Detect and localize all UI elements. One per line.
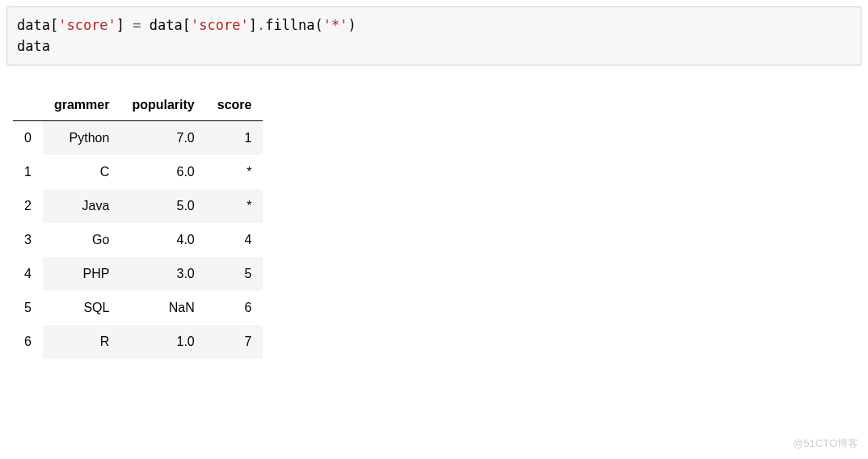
row-index: 6 [13,325,43,359]
cell: SQL [43,291,120,325]
table-row: 4 PHP 3.0 5 [13,257,263,291]
cell: R [43,325,120,359]
cell: Java [43,189,120,223]
output-area: grammer popularity score 0 Python 7.0 1 … [13,90,862,359]
row-index: 4 [13,257,43,291]
cell: Go [43,223,120,257]
table-row: 2 Java 5.0 * [13,189,263,223]
cell: 1 [206,121,263,156]
table-header-row: grammer popularity score [13,90,263,121]
cell: PHP [43,257,120,291]
row-index: 2 [13,189,43,223]
cell: 6 [206,291,263,325]
table-row: 1 C 6.0 * [13,155,263,189]
cell: * [206,155,263,189]
cell: * [206,189,263,223]
cell: 5.0 [120,189,205,223]
code-line-1: data['score'] = data['score'].fillna('*'… [17,17,356,33]
column-header: score [206,90,263,121]
cell: C [43,155,120,189]
table-row: 6 R 1.0 7 [13,325,263,359]
column-header: popularity [120,90,205,121]
table-row: 3 Go 4.0 4 [13,223,263,257]
column-header: grammer [43,90,120,121]
row-index: 5 [13,291,43,325]
cell: 6.0 [120,155,205,189]
cell: NaN [120,291,205,325]
table-row: 5 SQL NaN 6 [13,291,263,325]
dataframe-table: grammer popularity score 0 Python 7.0 1 … [13,90,263,359]
row-index: 1 [13,155,43,189]
code-input-cell[interactable]: data['score'] = data['score'].fillna('*'… [6,6,862,65]
cell: 1.0 [120,325,205,359]
code-line-2: data [17,38,50,54]
cell: 3.0 [120,257,205,291]
table-row: 0 Python 7.0 1 [13,121,263,156]
cell: 7 [206,325,263,359]
cell: 5 [206,257,263,291]
table-corner-cell [13,90,43,121]
cell: 4.0 [120,223,205,257]
row-index: 0 [13,121,43,156]
cell: Python [43,121,120,156]
cell: 7.0 [120,121,205,156]
row-index: 3 [13,223,43,257]
cell: 4 [206,223,263,257]
